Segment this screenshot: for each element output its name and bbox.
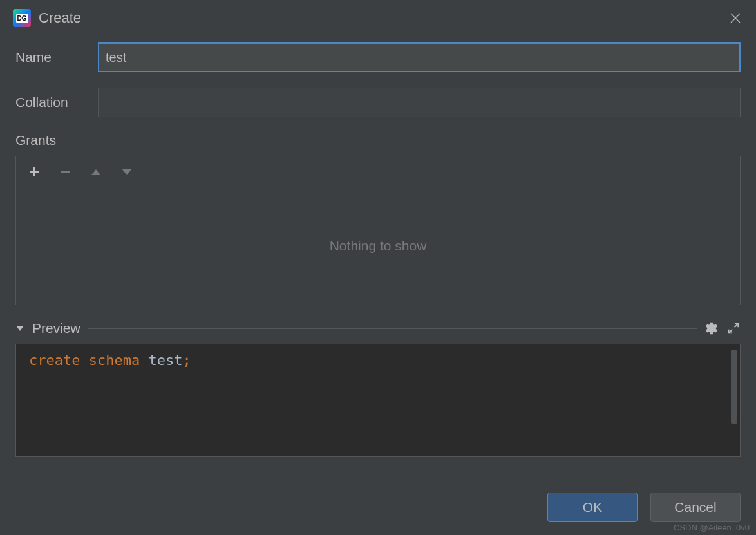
code-identifier: test bbox=[148, 352, 182, 368]
triangle-up-icon bbox=[90, 168, 102, 176]
remove-button[interactable] bbox=[57, 164, 73, 180]
code-keyword: create bbox=[29, 352, 80, 368]
gear-icon bbox=[704, 321, 719, 335]
watermark: CSDN @Aileen_0v0 bbox=[674, 523, 750, 532]
grants-panel: Nothing to show bbox=[15, 156, 741, 305]
minus-icon bbox=[59, 166, 71, 178]
move-down-button[interactable] bbox=[119, 164, 135, 180]
app-icon bbox=[13, 9, 31, 27]
svg-marker-5 bbox=[91, 169, 100, 175]
collation-label: Collation bbox=[15, 95, 98, 110]
expand-button[interactable] bbox=[726, 321, 741, 335]
separator bbox=[88, 328, 697, 329]
chevron-down-icon bbox=[15, 325, 24, 332]
close-icon bbox=[730, 12, 741, 24]
name-input[interactable] bbox=[98, 42, 741, 72]
plus-icon bbox=[28, 166, 40, 178]
settings-button[interactable] bbox=[704, 321, 719, 335]
move-up-button[interactable] bbox=[88, 164, 104, 180]
code-suffix: ; bbox=[182, 352, 191, 368]
triangle-down-icon bbox=[121, 168, 133, 176]
expand-icon bbox=[726, 321, 741, 335]
preview-editor[interactable]: create schema test; bbox=[15, 344, 741, 457]
cancel-button[interactable]: Cancel bbox=[650, 493, 741, 522]
add-button[interactable] bbox=[26, 164, 42, 180]
svg-marker-7 bbox=[16, 326, 24, 331]
preview-label: Preview bbox=[32, 321, 80, 336]
dialog-title: Create bbox=[39, 10, 81, 26]
code-keyword: schema bbox=[89, 352, 140, 368]
close-button[interactable] bbox=[728, 10, 743, 26]
name-label: Name bbox=[15, 50, 98, 65]
ok-button[interactable]: OK bbox=[547, 493, 638, 522]
grants-empty-message: Nothing to show bbox=[16, 187, 740, 305]
svg-marker-6 bbox=[122, 169, 131, 175]
collation-input[interactable] bbox=[98, 88, 741, 117]
grants-label: Grants bbox=[15, 133, 741, 148]
preview-toggle[interactable] bbox=[15, 323, 24, 334]
